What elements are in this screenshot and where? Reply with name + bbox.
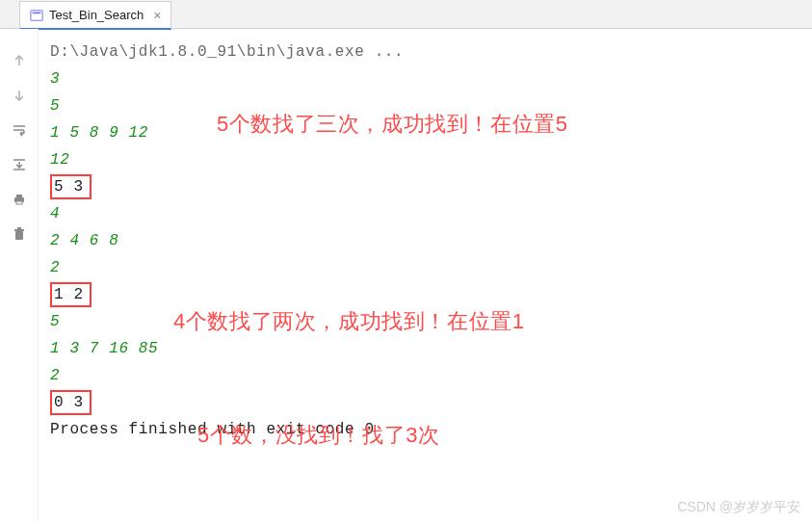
tab-run-config[interactable]: Test_Bin_Search ×	[19, 1, 171, 30]
svg-rect-6	[14, 229, 24, 231]
close-icon[interactable]: ×	[153, 8, 161, 23]
svg-rect-7	[17, 227, 21, 229]
output-line: 2	[50, 254, 800, 281]
result-line-3: 0 3	[50, 389, 800, 416]
result-box: 0 3	[50, 390, 92, 415]
svg-rect-5	[15, 231, 23, 240]
console-gutter	[0, 29, 39, 522]
svg-rect-1	[33, 12, 41, 13]
annotation-3: 5个数，没找到！找了3次	[197, 422, 440, 449]
result-box: 1 2	[50, 282, 92, 307]
run-config-icon	[30, 9, 43, 22]
watermark: CSDN @岁岁岁平安	[677, 499, 800, 516]
soft-wrap-icon[interactable]	[11, 121, 28, 139]
arrow-down-icon[interactable]	[11, 87, 28, 104]
tab-bar: Test_Bin_Search ×	[0, 0, 812, 29]
svg-rect-3	[16, 195, 22, 197]
annotation-1: 5个数找了三次，成功找到！在位置5	[217, 111, 568, 138]
scroll-to-end-icon[interactable]	[11, 156, 28, 173]
svg-rect-4	[16, 201, 22, 204]
arrow-up-icon[interactable]	[11, 52, 28, 69]
annotation-2: 4个数找了两次，成功找到！在位置1	[173, 308, 525, 335]
svg-rect-0	[31, 10, 42, 20]
trash-icon[interactable]	[11, 225, 28, 243]
console-output[interactable]: D:\Java\jdk1.8.0_91\bin\java.exe ... 3 5…	[39, 29, 812, 522]
result-box: 5 3	[50, 174, 92, 199]
output-line: 2 4 6 8	[50, 227, 800, 254]
output-line: 3	[50, 65, 800, 92]
tab-title: Test_Bin_Search	[49, 8, 144, 22]
command-line: D:\Java\jdk1.8.0_91\bin\java.exe ...	[50, 39, 800, 65]
output-line: 12	[50, 146, 800, 173]
output-line: 2	[50, 362, 800, 389]
main-area: D:\Java\jdk1.8.0_91\bin\java.exe ... 3 5…	[0, 29, 812, 522]
output-line: 4	[50, 200, 800, 227]
result-line-2: 1 2	[50, 281, 800, 308]
print-icon[interactable]	[11, 191, 28, 208]
output-line: 1 3 7 16 85	[50, 335, 800, 362]
result-line-1: 5 3	[50, 173, 800, 200]
